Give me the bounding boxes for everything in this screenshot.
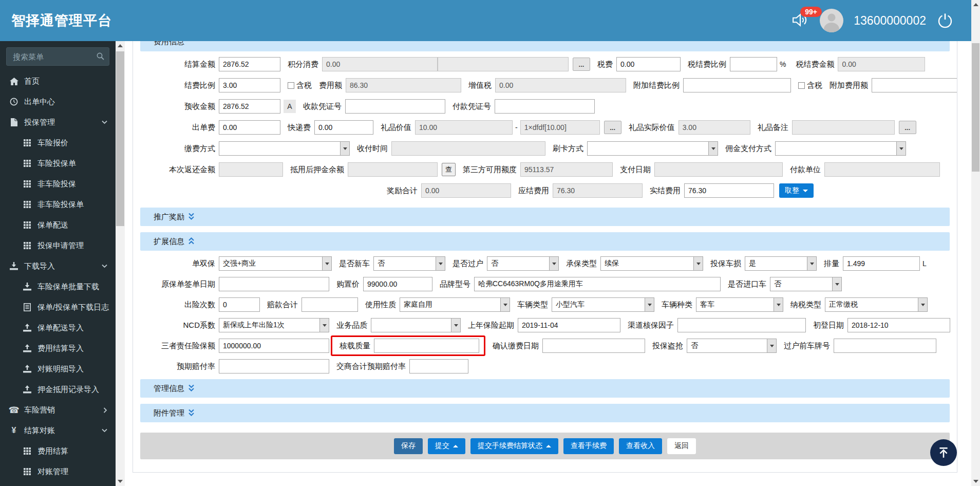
section-header-promo[interactable]: 推广奖励 bbox=[140, 208, 950, 226]
sidebar-item-车险报价[interactable]: 车险报价 bbox=[0, 133, 116, 153]
sidebar-item-保单/投保单下载日志[interactable]: 保单/投保单下载日志 bbox=[0, 297, 116, 317]
transfer-select[interactable]: 否 bbox=[487, 256, 559, 271]
policy-combo-select[interactable]: 交强+商业 bbox=[219, 256, 332, 271]
back-button[interactable]: 返回 bbox=[667, 438, 696, 454]
damage-cover-select[interactable]: 是 bbox=[745, 256, 817, 271]
check-deposit-button[interactable]: 查 bbox=[442, 163, 456, 176]
ncd-select[interactable]: 新保或上年出险1次 bbox=[219, 318, 329, 332]
express-fee-input[interactable] bbox=[314, 120, 373, 135]
theft-cover-select[interactable]: 否 bbox=[687, 339, 777, 353]
sidebar-scrollbar[interactable] bbox=[116, 41, 125, 486]
section-header-ext[interactable]: 扩展信息 bbox=[140, 232, 950, 251]
section-header-mgmt[interactable]: 管理信息 bbox=[140, 379, 950, 398]
underwrite-type-select[interactable]: 续保 bbox=[600, 256, 703, 271]
submit-fee-status-button[interactable]: 提交手续费结算状态 bbox=[470, 438, 558, 454]
sidebar-item-投保申请管理[interactable]: 投保申请管理 bbox=[0, 235, 116, 256]
brand-model-input[interactable] bbox=[474, 277, 721, 291]
claim-total-input[interactable] bbox=[301, 297, 358, 312]
page-scrollbar[interactable] bbox=[971, 0, 980, 486]
actual-fee-input[interactable] bbox=[684, 183, 774, 198]
view-fee-button[interactable]: 查看手续费 bbox=[563, 438, 614, 454]
first-register-date-input[interactable] bbox=[847, 318, 950, 332]
confirm-pay-date-input[interactable] bbox=[542, 339, 645, 353]
third-party-liability-input[interactable] bbox=[219, 339, 329, 353]
scroll-up-arrow[interactable] bbox=[116, 41, 125, 50]
sidebar-item-对账明细导入[interactable]: 对账明细导入 bbox=[0, 359, 116, 379]
avatar[interactable] bbox=[820, 9, 843, 32]
tax-input[interactable] bbox=[616, 57, 681, 71]
checkbox-box[interactable] bbox=[288, 82, 294, 89]
sidebar-item-保单配送[interactable]: 保单配送 bbox=[0, 215, 116, 235]
payment-voucher-input[interactable] bbox=[495, 99, 595, 114]
issue-fee-input[interactable] bbox=[219, 120, 280, 135]
new-car-select[interactable]: 否 bbox=[373, 256, 445, 271]
previous-plate-input[interactable] bbox=[834, 339, 936, 353]
expected-loss-ratio-input[interactable] bbox=[219, 359, 329, 373]
scrollbar-thumb[interactable] bbox=[972, 43, 979, 172]
claim-count-input[interactable] bbox=[219, 297, 260, 312]
gift-more-button[interactable]: ... bbox=[604, 121, 621, 134]
combined-loss-ratio-input[interactable] bbox=[409, 359, 468, 373]
sidebar-item-partial[interactable] bbox=[0, 482, 116, 486]
payment-method-select[interactable] bbox=[219, 141, 350, 156]
channel-factor-input[interactable] bbox=[677, 318, 806, 332]
section-header-attach[interactable]: 附件管理 bbox=[140, 404, 950, 422]
sidebar-item-车险保单批量下载[interactable]: 车险保单批量下载 bbox=[0, 276, 116, 297]
back-to-top-button[interactable] bbox=[930, 439, 957, 466]
extra-settle-ratio-input[interactable] bbox=[683, 78, 791, 92]
extra-fee-amount-input[interactable] bbox=[872, 78, 957, 92]
settle-ratio-input[interactable] bbox=[219, 78, 280, 92]
scroll-down-arrow[interactable] bbox=[116, 477, 125, 486]
last-policy-start-input[interactable] bbox=[518, 318, 620, 332]
submit-button[interactable]: 提交 bbox=[428, 438, 465, 454]
scrollbar-thumb[interactable] bbox=[116, 51, 124, 226]
search-input[interactable] bbox=[6, 47, 109, 66]
button-label: 取整 bbox=[785, 186, 799, 195]
sidebar-item-出单中心[interactable]: 出单中心 bbox=[0, 91, 116, 112]
imported-select[interactable]: 否 bbox=[770, 277, 842, 291]
purchase-price-input[interactable] bbox=[363, 277, 432, 291]
points-more-button[interactable]: ... bbox=[573, 58, 590, 71]
username: 13600000002 bbox=[854, 14, 926, 28]
save-button[interactable]: 保存 bbox=[394, 438, 423, 454]
card-method-select[interactable] bbox=[587, 141, 718, 156]
sidebar-item-车险投保单[interactable]: 车险投保单 bbox=[0, 153, 116, 174]
gift-remark-more-button[interactable]: ... bbox=[899, 121, 916, 134]
vehicle-type-select[interactable]: 小型汽车 bbox=[552, 297, 654, 312]
sidebar-item-非车险投保单[interactable]: 非车险投保单 bbox=[0, 194, 116, 215]
extra-tax-included-checkbox[interactable]: 含税 bbox=[798, 81, 822, 90]
commission-pay-method-select[interactable] bbox=[775, 141, 906, 156]
section-header-fee[interactable]: 费用信息 bbox=[140, 41, 950, 51]
settlement-amount-input[interactable] bbox=[219, 57, 280, 71]
sidebar-item-结算对账[interactable]: ¥结算对账 bbox=[0, 420, 116, 441]
sidebar-item-下载导入[interactable]: 下载导入 bbox=[0, 256, 116, 276]
sidebar-item-首页[interactable]: 首页 bbox=[0, 71, 116, 91]
sidebar-item-费用结算导入[interactable]: 费用结算导入 bbox=[0, 338, 116, 359]
original-policy-date-input[interactable] bbox=[219, 277, 329, 291]
tax-settle-ratio-input[interactable] bbox=[730, 57, 777, 71]
business-quality-select[interactable] bbox=[371, 318, 461, 332]
tax-type-select[interactable]: 正常缴税 bbox=[825, 297, 928, 312]
usage-select[interactable]: 家庭自用 bbox=[400, 297, 510, 312]
receipt-voucher-input[interactable] bbox=[345, 99, 445, 114]
notifications-button[interactable]: 99+ bbox=[792, 13, 809, 28]
tax-included-checkbox[interactable]: 含税 bbox=[288, 81, 312, 90]
sidebar-item-押金抵用记录导入[interactable]: 押金抵用记录导入 bbox=[0, 379, 116, 400]
prepaid-amount-input[interactable] bbox=[219, 99, 280, 114]
vehicle-kind-select[interactable]: 客车 bbox=[696, 297, 783, 312]
view-income-button[interactable]: 查看收入 bbox=[619, 438, 662, 454]
sidebar-item-保单配送导入[interactable]: 保单配送导入 bbox=[0, 317, 116, 338]
sidebar-item-车险营销[interactable]: ☎车险营销 bbox=[0, 400, 116, 420]
sidebar-item-费用结算[interactable]: 费用结算 bbox=[0, 441, 116, 461]
field-label: 购置价 bbox=[336, 279, 360, 289]
round-button[interactable]: 取整 bbox=[779, 183, 814, 198]
checkbox-box[interactable] bbox=[798, 82, 805, 89]
sidebar-item-对账管理[interactable]: 对账管理 bbox=[0, 461, 116, 482]
load-capacity-input[interactable] bbox=[374, 339, 479, 353]
field-label: 快递费 bbox=[288, 123, 311, 133]
download-icon bbox=[22, 283, 33, 291]
sidebar-item-投保管理[interactable]: 投保管理 bbox=[0, 112, 116, 133]
power-icon[interactable] bbox=[936, 12, 954, 29]
sidebar-item-非车险投保[interactable]: 非车险投保 bbox=[0, 174, 116, 194]
displacement-input[interactable] bbox=[843, 256, 920, 271]
